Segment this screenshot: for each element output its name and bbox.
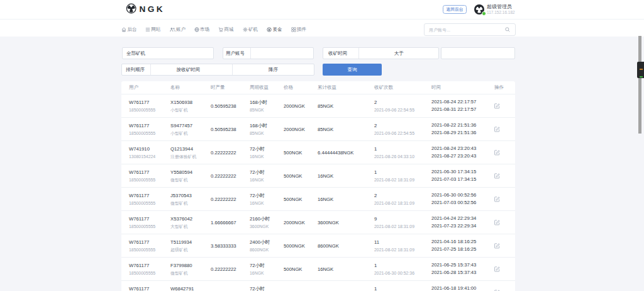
svg-text:NGK: NGK [140,4,165,14]
